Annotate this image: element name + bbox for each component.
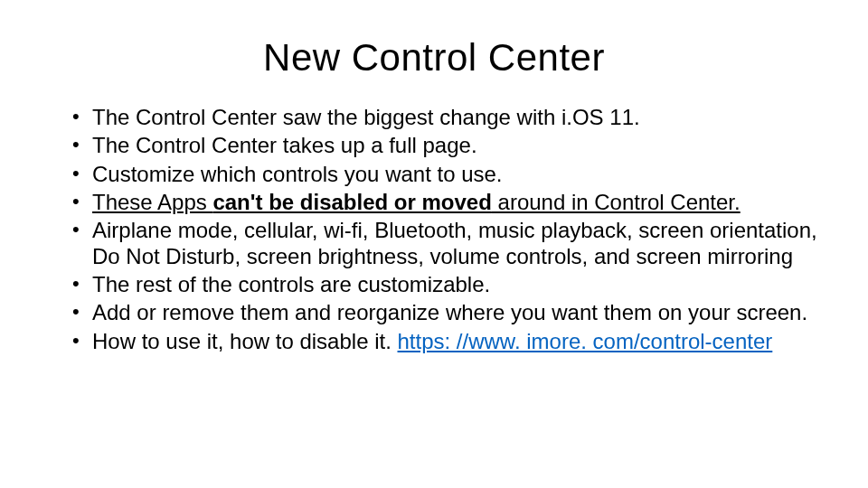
bullet-text: The Control Center takes up a full page.: [92, 133, 477, 157]
bullet-text: The rest of the controls are customizabl…: [92, 272, 490, 296]
list-item: The Control Center saw the biggest chang…: [72, 105, 832, 130]
bullet-text: Add or remove them and reorganize where …: [92, 300, 807, 324]
slide-title: New Control Center: [36, 36, 832, 80]
list-item: The rest of the controls are customizabl…: [72, 272, 832, 297]
list-item: Add or remove them and reorganize where …: [72, 300, 832, 325]
bullet-text-pre: These Apps: [92, 190, 212, 214]
bullet-list: The Control Center saw the biggest chang…: [72, 105, 832, 354]
hyperlink[interactable]: https: //www. imore. com/control-center: [398, 329, 773, 353]
slide: New Control Center The Control Center sa…: [0, 0, 868, 488]
list-item: Customize which controls you want to use…: [72, 162, 832, 187]
list-item: The Control Center takes up a full page.: [72, 133, 832, 158]
list-item: How to use it, how to disable it. https:…: [72, 329, 832, 354]
bullet-text-post: around in Control Center.: [492, 190, 741, 214]
bullet-text: The Control Center saw the biggest chang…: [92, 105, 640, 129]
list-item: These Apps can't be disabled or moved ar…: [72, 190, 832, 215]
bullet-text-pre: How to use it, how to disable it.: [92, 329, 398, 353]
bullet-text-bold: can't be disabled or moved: [212, 190, 491, 214]
bullet-text: Airplane mode, cellular, wi-fi, Bluetoot…: [92, 218, 817, 267]
list-item: Airplane mode, cellular, wi-fi, Bluetoot…: [72, 218, 832, 269]
bullet-text: Customize which controls you want to use…: [92, 162, 503, 186]
